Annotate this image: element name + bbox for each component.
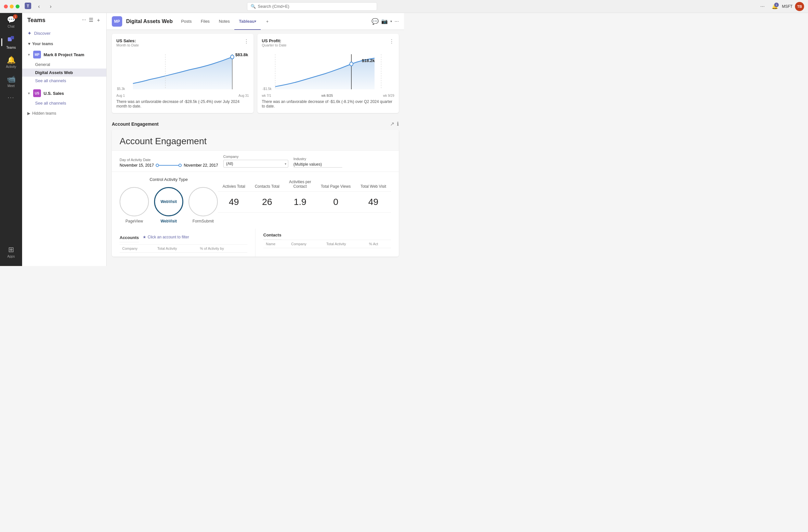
svg-point-6: [231, 55, 234, 59]
minimize-button[interactable]: [10, 4, 14, 8]
info-icon[interactable]: ℹ: [397, 121, 399, 127]
us-sales-subtitle: Month to Date: [116, 43, 139, 47]
sidebar-item-teams[interactable]: Teams: [1, 32, 21, 52]
scroll-area[interactable]: US Sales: Month to Date ⋮: [107, 30, 404, 266]
section-header-icons: ↗ ℹ: [390, 121, 399, 127]
activity-content: Control Activity Type PageView WebVisit …: [112, 172, 399, 229]
discover-section[interactable]: ✦ Discover: [22, 27, 106, 39]
bottom-tables: Accounts ★ Click an account to filter Co…: [112, 229, 399, 256]
company-select-wrapper: (All) ▾: [223, 160, 288, 168]
slider-dot-left[interactable]: [156, 164, 159, 167]
engagement-big-title: Account Engagement: [120, 136, 391, 147]
us-profit-chart-area: -$1.5k $18.2k: [262, 52, 394, 91]
company-select[interactable]: (All): [223, 160, 288, 168]
contacts-col-name: Name: [263, 240, 289, 248]
teams-header: Teams ··· ☰ ＋: [22, 13, 106, 27]
us-sales-title: US Sales:: [116, 38, 139, 43]
channel-digital-assets[interactable]: Digital Assets Web: [22, 69, 106, 77]
us-profit-titles: US Profit: Quarter to Date: [262, 38, 287, 50]
circle-formsubmit[interactable]: FormSubmit: [188, 187, 218, 224]
charts-row: US Sales: Month to Date ⋮: [112, 34, 399, 113]
circles-title: Control Activity Type: [120, 177, 218, 182]
slider-dot-right[interactable]: [179, 164, 182, 167]
val-activities-total: 49: [218, 192, 250, 213]
teams-more-icon[interactable]: ···: [82, 17, 86, 24]
tab-posts[interactable]: Posts: [177, 13, 196, 30]
search-bar[interactable]: 🔍 Search (Cmd+E): [247, 2, 377, 11]
us-profit-header: US Profit: Quarter to Date ⋮: [262, 38, 394, 50]
col-page-views: Total Page Views: [316, 177, 355, 192]
us-profit-more-icon[interactable]: ⋮: [389, 38, 394, 44]
us-sales-more-icon[interactable]: ⋮: [244, 38, 249, 44]
us-sales-y-label: $5.3k: [117, 87, 125, 91]
col-web-visit: Total Web Visit: [355, 177, 391, 192]
circle-pageview[interactable]: PageView: [120, 187, 149, 224]
sidebar-item-more[interactable]: ···: [1, 92, 21, 103]
teams-add-icon[interactable]: ＋: [96, 17, 101, 24]
date-from: November 15, 2017: [120, 163, 154, 168]
see-all-channels-ussales[interactable]: See all channels: [22, 99, 106, 107]
contacts-col-pct: % Act: [366, 240, 391, 248]
teams-filter-icon[interactable]: ☰: [89, 17, 93, 24]
accounts-col-company: Company: [120, 245, 155, 253]
maximize-button[interactable]: [16, 4, 19, 8]
sidebar-item-meet[interactable]: 📹 Meet: [1, 72, 21, 90]
video-chevron-icon[interactable]: ▾: [390, 19, 392, 23]
team-ussales-header[interactable]: ▼ US U.S. Sales: [22, 88, 106, 99]
circle-webvisit-inner: WebVisit: [161, 200, 177, 204]
tab-tableau[interactable]: Tableau ▾: [234, 13, 261, 30]
us-sales-x-labels: Aug 1 Aug 31: [116, 94, 249, 97]
circle-formsubmit-ring: [188, 187, 218, 216]
tab-notes[interactable]: Notes: [214, 13, 234, 30]
circle-webvisit[interactable]: WebVisit WebVisit: [154, 187, 183, 224]
circles-row: PageView WebVisit WebVisit FormSubmit: [120, 187, 218, 224]
team-mark8-avatar: MP: [33, 51, 41, 58]
teams-label: Teams: [6, 46, 16, 50]
accounts-table-section: Accounts ★ Click an account to filter Co…: [112, 229, 255, 256]
svg-text:T: T: [27, 4, 29, 8]
svg-point-10: [349, 62, 353, 66]
hidden-teams[interactable]: ▶ Hidden teams: [22, 109, 106, 118]
apps-label: Apps: [7, 254, 15, 258]
see-all-channels-mark8[interactable]: See all channels: [22, 77, 106, 85]
sidebar-item-chat[interactable]: 1 💬 Chat: [1, 13, 21, 31]
us-sales-x-start: Aug 1: [116, 94, 125, 97]
nav-forward-button[interactable]: ›: [46, 2, 55, 11]
circles-section: Control Activity Type PageView WebVisit …: [120, 177, 218, 224]
video-call-icon[interactable]: 📷: [381, 18, 388, 24]
channel-general[interactable]: General: [22, 60, 106, 69]
close-button[interactable]: [4, 4, 8, 8]
val-contacts-total: 26: [250, 192, 284, 213]
chat-thread-icon[interactable]: 💬: [371, 18, 379, 25]
activity-label: Activity: [6, 65, 16, 69]
accounts-filter-link[interactable]: ★ Click an account to filter: [143, 235, 189, 240]
us-profit-subtitle: Quarter to Date: [262, 43, 287, 47]
industry-filter-group: Industry (Multiple values): [293, 157, 342, 168]
accounts-title: Accounts: [120, 232, 139, 242]
title-bar: T ‹ › 🔍 Search (Cmd+E) ··· 🔔 1 MSFT TB: [0, 0, 404, 13]
accounts-header-row: Company Total Activity % of Activity by: [120, 245, 247, 253]
sidebar-item-apps[interactable]: ⊞ Apps: [1, 243, 21, 261]
company-filter-group: Company (All) ▾: [223, 155, 288, 168]
engagement-title-bar: Account Engagement: [112, 130, 399, 151]
circle-pageview-label: PageView: [126, 219, 143, 224]
us-profit-desc: There was an unfavorable decrease of -$1…: [262, 99, 394, 109]
team-mark8-header[interactable]: ▼ MP Mark 8 Project Team: [22, 49, 106, 60]
nav-back-button[interactable]: ‹: [34, 2, 43, 11]
header-more-icon[interactable]: ···: [394, 19, 399, 24]
share-icon[interactable]: ↗: [390, 121, 394, 127]
section-arrow: ▼: [27, 42, 32, 46]
col-activities-per-contact: Activities perContact: [284, 177, 316, 192]
sidebar-item-activity[interactable]: 🔔 Activity: [1, 53, 21, 71]
contacts-title: Contacts: [263, 229, 281, 240]
slider-track: [159, 165, 179, 166]
day-filter-group: Day of Activity Date November 15, 2017 N…: [120, 158, 218, 168]
industry-filter-label: Industry: [293, 157, 342, 161]
hidden-teams-label: Hidden teams: [32, 111, 56, 116]
tab-files[interactable]: Files: [196, 13, 214, 30]
contacts-data-table: Name Company Total Activity % Act: [263, 240, 391, 248]
team-mark8-name: Mark 8 Project Team: [43, 52, 84, 57]
tab-add[interactable]: ＋: [261, 13, 274, 30]
team-collapse-icon: ▼: [27, 53, 31, 57]
val-web-visit: 49: [355, 192, 391, 213]
